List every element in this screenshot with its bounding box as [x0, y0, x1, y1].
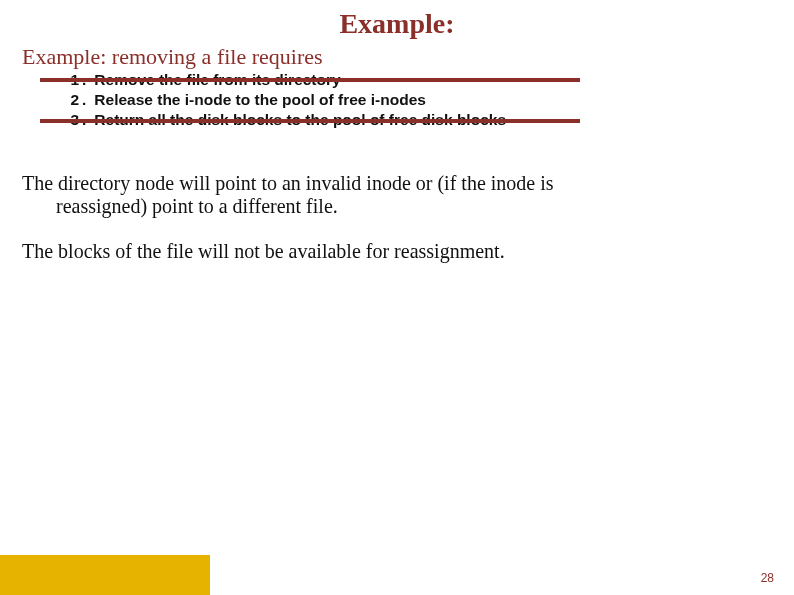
- slide-subtitle: Example: removing a file requires: [22, 44, 323, 70]
- list-text: Release the i-node to the pool of free i…: [94, 90, 426, 110]
- slide: Example: Example: removing a file requir…: [0, 0, 794, 595]
- page-number: 28: [761, 571, 774, 585]
- body-paragraph: The blocks of the file will not be avail…: [22, 240, 764, 263]
- list-dot: .: [82, 90, 94, 110]
- decorative-gold-box: [0, 555, 210, 595]
- strikethrough-bar: [40, 119, 580, 123]
- body-text-line: The directory node will point to an inva…: [22, 172, 554, 194]
- body-paragraph: The directory node will point to an inva…: [22, 172, 764, 218]
- body-text-line: reassigned) point to a different file.: [22, 195, 764, 218]
- slide-title: Example:: [0, 8, 794, 40]
- list-item: 2 . Release the i-node to the pool of fr…: [60, 90, 764, 110]
- list-number: 2: [60, 90, 82, 110]
- strikethrough-bar: [40, 78, 580, 82]
